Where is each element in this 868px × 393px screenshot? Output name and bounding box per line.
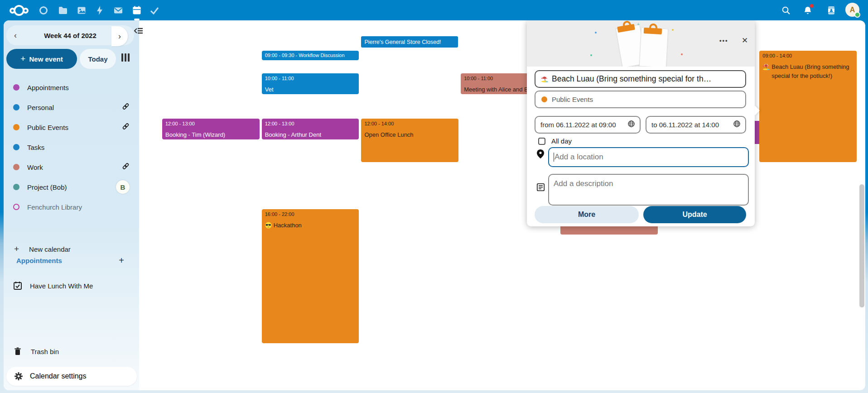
more-options-icon[interactable]: ••• [719, 37, 728, 44]
share-link-icon[interactable] [122, 123, 130, 132]
description-icon [537, 183, 545, 193]
event-time: 16:00 - 22:00 [265, 211, 356, 217]
all-day-row: All day [538, 137, 572, 145]
location-input[interactable]: Add a location [548, 147, 749, 167]
share-link-icon[interactable] [122, 103, 130, 112]
vertical-scrollbar[interactable] [859, 184, 864, 307]
event-title: Booking - Tim (Wizard) [165, 130, 256, 139]
more-button[interactable]: More [535, 206, 639, 223]
event-item[interactable]: 09:00 - 09:30 - Workflow Discussion [262, 51, 359, 60]
collapse-week-icon[interactable] [134, 27, 143, 36]
confetti-dot [590, 54, 592, 56]
calendar-name: Fenchurch Library [27, 203, 82, 211]
confetti-dot [681, 53, 683, 55]
beach-emoji-icon [541, 76, 548, 82]
calendar-color-dot [13, 124, 19, 130]
event-booking-tim-wizard-[interactable]: 12:00 - 13:00Booking - Tim (Wizard) [162, 119, 260, 139]
sidebar-calendar-tasks[interactable]: Tasks [5, 137, 138, 157]
from-datetime-value: from 06.11.2022 at 09:00 [540, 121, 628, 129]
sidebar-calendar-public-events[interactable]: Public Events [5, 117, 138, 137]
active-app-indicator [134, 19, 140, 20]
timezone-globe-icon[interactable] [628, 120, 635, 129]
timezone-globe-icon[interactable] [733, 120, 740, 129]
beach-emoji-icon [762, 63, 770, 73]
sidebar-calendar-fenchurch-library[interactable]: Fenchurch Library [5, 197, 138, 217]
trash-bin-label: Trash bin [31, 348, 59, 355]
calendar-color-dot [13, 184, 19, 190]
appointments-heading: Appointments [16, 257, 62, 264]
calendar-color-dot [13, 164, 19, 170]
event-beach-luau-bring-something-spe[interactable]: 09:00 - 14:00Beach Luau (Bring something… [759, 51, 857, 162]
app-mail-icon[interactable] [111, 4, 125, 17]
top-bar: A [0, 0, 868, 20]
calendar-name: Work [27, 163, 43, 171]
notification-dot [810, 4, 814, 8]
calendar-app-window: A ‹ Week 44 of 2022 › + New event Today … [0, 0, 868, 393]
app-photos-icon[interactable] [75, 4, 88, 17]
search-icon[interactable] [779, 4, 793, 17]
close-icon[interactable]: ✕ [742, 36, 748, 45]
trash-icon [14, 347, 21, 355]
calendar-color-ring [13, 204, 19, 210]
appointment-item-have-lunch[interactable]: Have Lunch With Me [5, 276, 138, 296]
calendar-check-icon [13, 281, 22, 290]
event-title: Beach Luau (Bring something special for … [762, 62, 854, 81]
calendar-color-dot [541, 96, 547, 102]
popup-arrow [755, 105, 760, 115]
contacts-menu-icon[interactable] [825, 4, 838, 17]
sidebar-calendar-work[interactable]: Work [5, 157, 138, 177]
app-tasks-icon[interactable] [148, 4, 161, 17]
sidebar-calendar-appointments[interactable]: Appointments [5, 77, 138, 97]
app-files-icon[interactable] [56, 4, 70, 17]
to-datetime-value: to 06.11.2022 at 14:00 [651, 121, 733, 129]
app-activity-icon[interactable] [93, 4, 106, 17]
event-time: 12:00 - 13:00 [165, 120, 256, 127]
add-appointment-button[interactable]: + [119, 255, 124, 266]
nextcloud-logo-icon[interactable] [6, 4, 32, 17]
description-textarea[interactable]: Add a description [548, 174, 749, 206]
all-day-checkbox[interactable] [538, 138, 545, 145]
calendar-select[interactable]: Public Events [535, 91, 746, 108]
event-hackathon[interactable]: 16:00 - 22:00Hackathon [262, 209, 359, 343]
calendar-name: Tasks [27, 144, 44, 151]
sidebar: ‹ Week 44 of 2022 › + New event Today Ap… [4, 20, 139, 390]
calendar-color-dot [13, 104, 19, 110]
confetti-dot [672, 29, 674, 31]
event-title-input[interactable]: Beach Luau (Bring something special for … [535, 70, 746, 88]
to-datetime-input[interactable]: to 06.11.2022 at 14:00 [646, 116, 746, 134]
update-button[interactable]: Update [643, 206, 746, 223]
confetti-dot [595, 32, 597, 34]
today-label: Today [88, 55, 107, 63]
new-event-label: New event [29, 55, 63, 63]
sidebar-calendar-personal[interactable]: Personal [5, 97, 138, 117]
calendar-name: Appointments [27, 84, 69, 91]
from-datetime-input[interactable]: from 06.11.2022 at 09:00 [535, 116, 641, 134]
allday-event[interactable]: Pierre's General Store Closed! [361, 36, 458, 48]
new-event-button[interactable]: + New event [6, 49, 77, 69]
view-columns-icon[interactable] [121, 53, 130, 62]
app-calendar-icon[interactable] [130, 4, 144, 17]
calendar-settings-label: Calendar settings [30, 372, 87, 380]
share-link-icon[interactable] [122, 163, 130, 172]
update-button-label: Update [682, 211, 707, 219]
previous-week-button[interactable]: ‹ [7, 25, 24, 45]
app-contacts-icon[interactable] [37, 4, 50, 17]
trash-bin-button[interactable]: Trash bin [5, 341, 138, 361]
description-placeholder: Add a description [554, 179, 613, 188]
all-day-label: All day [551, 137, 572, 145]
event-editor-popup: + ••• ✕ Beach Luau (Bring something spec… [527, 19, 755, 226]
popup-illustration: + ••• ✕ [527, 19, 755, 67]
event-inline-text: 09:00 - 09:30 - Workflow Discussion [265, 52, 356, 58]
clip-icon [644, 28, 662, 34]
event-booking-arthur-dent[interactable]: 12:00 - 13:00Booking - Arthur Dent [262, 119, 359, 139]
text-caret [554, 153, 554, 162]
sunglasses-emoji-icon [265, 222, 272, 231]
calendar-settings-button[interactable]: Calendar settings [6, 367, 137, 386]
week-label: Week 44 of 2022 [44, 32, 96, 39]
today-button[interactable]: Today [80, 49, 116, 69]
sidebar-calendar-project-bob-[interactable]: Project (Bob)B [5, 177, 138, 197]
event-open-office-lunch[interactable]: 12:00 - 14:00Open Office Lunch [361, 119, 458, 162]
event-vet[interactable]: 10:00 - 11:00Vet [262, 73, 359, 94]
calendar-color-dot [13, 144, 19, 150]
location-placeholder: Add a location [555, 153, 603, 162]
